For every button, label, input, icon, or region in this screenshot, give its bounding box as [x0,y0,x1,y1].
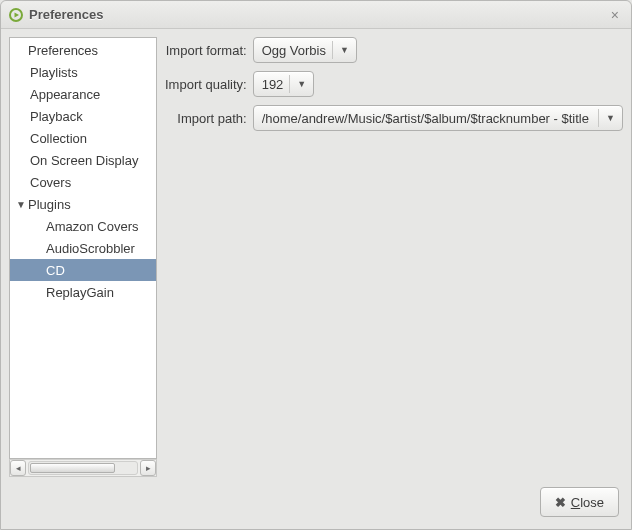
import-format-label: Import format: [165,43,247,58]
tree-item-label: Plugins [28,197,71,212]
chevron-down-icon: ▼ [603,113,618,123]
expander-icon[interactable]: ▼ [14,199,28,210]
window-title: Preferences [29,7,607,22]
preferences-window: Preferences × PreferencesPlaylistsAppear… [0,0,632,530]
scroll-right-button[interactable]: ▸ [140,460,156,476]
scroll-left-button[interactable]: ◂ [10,460,26,476]
tree-item-label: Appearance [30,87,100,102]
tree-item-label: ReplayGain [46,285,114,300]
tree-item-label: Amazon Covers [46,219,138,234]
dialog-footer: ✖ Close [9,483,623,521]
tree-item[interactable]: Collection [10,127,156,149]
tree-item-label: AudioScrobbler [46,241,135,256]
titlebar: Preferences × [1,1,631,29]
tree-item-label: CD [46,263,65,278]
preferences-tree[interactable]: PreferencesPlaylistsAppearancePlaybackCo… [9,37,157,459]
sidebar: PreferencesPlaylistsAppearancePlaybackCo… [9,37,157,477]
import-path-combo[interactable]: /home/andrew/Music/$artist/$album/$track… [253,105,623,131]
settings-panel: Import format: Ogg Vorbis ▼ Import quali… [165,37,623,477]
chevron-down-icon: ▼ [294,79,309,89]
tree-item[interactable]: On Screen Display [10,149,156,171]
import-path-label: Import path: [165,111,247,126]
app-icon [9,8,23,22]
sidebar-hscrollbar[interactable]: ◂ ▸ [9,459,157,477]
close-button-label: Close [571,495,604,510]
tree-item-label: Playlists [30,65,78,80]
tree-item[interactable]: AudioScrobbler [10,237,156,259]
import-quality-combo[interactable]: 192 ▼ [253,71,315,97]
tree-item[interactable]: ReplayGain [10,281,156,303]
svg-marker-1 [15,12,20,17]
chevron-down-icon: ▼ [337,45,352,55]
tree-item[interactable]: Amazon Covers [10,215,156,237]
tree-item[interactable]: Preferences [10,39,156,61]
tree-item[interactable]: CD [10,259,156,281]
import-quality-label: Import quality: [165,77,247,92]
tree-item[interactable]: Playlists [10,61,156,83]
close-icon: ✖ [555,495,566,510]
tree-item[interactable]: Playback [10,105,156,127]
tree-item[interactable]: Covers [10,171,156,193]
tree-item-label: On Screen Display [30,153,138,168]
tree-item-label: Playback [30,109,83,124]
scroll-track[interactable] [28,461,138,475]
import-quality-value: 192 [262,77,284,92]
scroll-thumb[interactable] [30,463,115,473]
tree-item[interactable]: ▼Plugins [10,193,156,215]
tree-item[interactable]: Appearance [10,83,156,105]
tree-item-label: Collection [30,131,87,146]
import-format-value: Ogg Vorbis [262,43,326,58]
main-row: PreferencesPlaylistsAppearancePlaybackCo… [9,37,623,477]
tree-item-label: Covers [30,175,71,190]
import-path-value: /home/andrew/Music/$artist/$album/$track… [262,111,592,126]
content-area: PreferencesPlaylistsAppearancePlaybackCo… [1,29,631,529]
window-close-button[interactable]: × [607,7,623,23]
close-button[interactable]: ✖ Close [540,487,619,517]
import-format-combo[interactable]: Ogg Vorbis ▼ [253,37,357,63]
tree-item-label: Preferences [28,43,98,58]
